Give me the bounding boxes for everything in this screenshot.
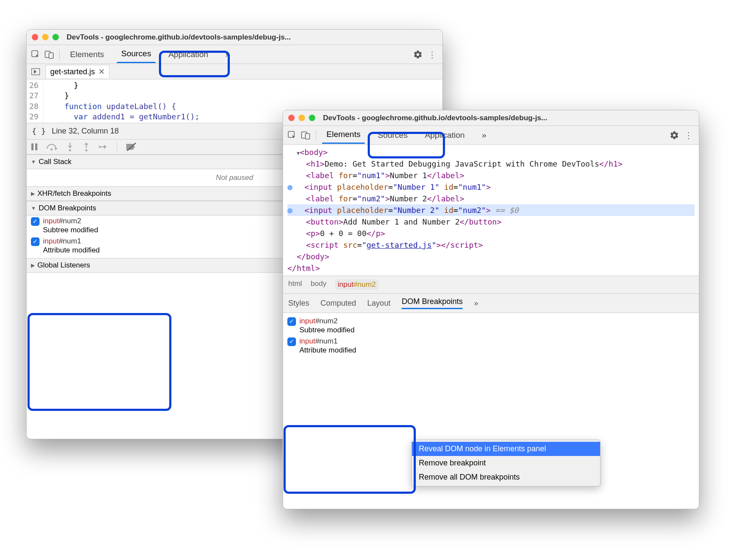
breakpoint-checkbox[interactable]: ✓ bbox=[287, 337, 296, 346]
device-toggle-icon[interactable] bbox=[300, 130, 311, 141]
breakpoint-checkbox[interactable]: ✓ bbox=[31, 217, 40, 226]
subtab-computed[interactable]: Computed bbox=[320, 299, 356, 308]
step-into-icon[interactable] bbox=[66, 142, 74, 152]
main-toolbar: Elements Sources Application » ⋮ bbox=[283, 126, 699, 145]
close-window-icon[interactable] bbox=[32, 34, 38, 40]
collapse-icon: ▼ bbox=[31, 205, 36, 211]
tabs-overflow-icon[interactable]: » bbox=[478, 127, 491, 143]
maximize-window-icon[interactable] bbox=[52, 34, 59, 40]
toolbar-divider bbox=[316, 130, 316, 140]
toolbar-divider bbox=[59, 49, 60, 60]
line-gutter: 26272829 bbox=[27, 79, 43, 123]
expand-icon: ▶ bbox=[31, 262, 35, 268]
file-tab-label: get-started.js bbox=[50, 67, 95, 76]
dom-node-html-close[interactable]: </html> bbox=[287, 262, 695, 274]
inspect-icon[interactable] bbox=[287, 130, 298, 141]
svg-rect-2 bbox=[49, 53, 53, 58]
breadcrumb-item-selected[interactable]: input#num2 bbox=[335, 280, 378, 290]
step-over-icon[interactable] bbox=[46, 143, 58, 151]
deactivate-breakpoints-icon[interactable] bbox=[126, 143, 136, 151]
dom-node-h1[interactable]: <h1>Demo: Get Started Debugging JavaScri… bbox=[287, 158, 695, 170]
window-title: DevTools - googlechrome.github.io/devtoo… bbox=[323, 114, 547, 122]
maximize-window-icon[interactable] bbox=[309, 115, 315, 121]
dom-node-input[interactable]: <input placeholder="Number 1" id="num1"> bbox=[287, 181, 695, 193]
breadcrumb-item[interactable]: body bbox=[311, 280, 326, 290]
elements-subtabs: Styles Computed Layout DOM Breakpoints » bbox=[283, 294, 699, 313]
tab-elements[interactable]: Elements bbox=[66, 46, 108, 63]
tab-elements[interactable]: Elements bbox=[322, 126, 365, 144]
devtools-window-elements: DevTools - googlechrome.github.io/devtoo… bbox=[283, 110, 699, 509]
dom-breakpoint-item[interactable]: ✓ input#num1Attribute modified bbox=[283, 336, 699, 356]
dom-node-body-close[interactable]: </body> bbox=[287, 251, 695, 262]
close-tab-icon[interactable]: ✕ bbox=[98, 67, 105, 76]
breakpoint-dot-icon bbox=[287, 208, 293, 213]
tab-application[interactable]: Application bbox=[421, 127, 469, 143]
collapse-icon: ▼ bbox=[31, 159, 36, 165]
step-icon[interactable] bbox=[99, 143, 108, 151]
svg-point-7 bbox=[69, 149, 71, 152]
breakpoint-checkbox[interactable]: ✓ bbox=[287, 317, 296, 326]
expand-icon: ▶ bbox=[31, 191, 35, 197]
svg-rect-4 bbox=[31, 143, 34, 150]
breakpoint-checkbox[interactable]: ✓ bbox=[31, 237, 40, 246]
svg-point-9 bbox=[99, 146, 101, 148]
device-toggle-icon[interactable] bbox=[44, 49, 55, 60]
settings-icon[interactable] bbox=[413, 50, 423, 59]
svg-rect-5 bbox=[35, 143, 37, 150]
close-window-icon[interactable] bbox=[288, 115, 295, 121]
svg-rect-13 bbox=[305, 134, 310, 139]
dom-tree[interactable]: ▼<body> <h1>Demo: Get Started Debugging … bbox=[283, 145, 699, 276]
more-menu-icon[interactable]: ⋮ bbox=[684, 130, 693, 140]
ctxmenu-reveal[interactable]: Reveal DOM node in Elements panel bbox=[412, 442, 600, 456]
more-menu-icon[interactable]: ⋮ bbox=[428, 49, 436, 60]
dom-node-script[interactable]: <script src="get-started.js"></script> bbox=[287, 239, 695, 251]
tab-application[interactable]: Application bbox=[164, 46, 213, 63]
cursor-position: Line 32, Column 18 bbox=[52, 127, 119, 136]
file-tab-bar: get-started.js ✕ bbox=[27, 64, 442, 79]
context-menu: Reveal DOM node in Elements panel Remove… bbox=[412, 440, 601, 486]
tab-sources[interactable]: Sources bbox=[373, 127, 412, 143]
main-toolbar: Elements Sources Application » ⋮ bbox=[27, 45, 442, 64]
tabs-overflow-icon[interactable]: » bbox=[221, 46, 235, 63]
tab-sources[interactable]: Sources bbox=[117, 46, 155, 63]
step-out-icon[interactable] bbox=[82, 142, 90, 152]
subtab-dom-breakpoints[interactable]: DOM Breakpoints bbox=[402, 297, 463, 309]
subtab-layout[interactable]: Layout bbox=[367, 299, 390, 308]
ctxmenu-remove[interactable]: Remove breakpoint bbox=[412, 456, 600, 470]
dom-breakpoint-item[interactable]: ✓ input#num2Subtree modified bbox=[283, 316, 699, 336]
window-titlebar: DevTools - googlechrome.github.io/devtoo… bbox=[27, 30, 442, 45]
dom-node-label[interactable]: <label for="num2">Number 2</label> bbox=[287, 193, 695, 204]
dom-node-body[interactable]: ▼<body> bbox=[287, 146, 695, 158]
subtab-styles[interactable]: Styles bbox=[288, 299, 309, 308]
code-content: } } function updateLabel() { var addend1… bbox=[43, 79, 202, 123]
pause-icon[interactable] bbox=[31, 143, 38, 151]
ctxmenu-remove-all[interactable]: Remove all DOM breakpoints bbox=[412, 470, 600, 484]
dom-node-button[interactable]: <button>Add Number 1 and Number 2</butto… bbox=[287, 216, 695, 228]
window-titlebar: DevTools - googlechrome.github.io/devtoo… bbox=[283, 110, 699, 126]
settings-icon[interactable] bbox=[670, 131, 679, 140]
dom-breadcrumb[interactable]: html body input#num2 bbox=[283, 276, 699, 294]
dom-node-input-selected[interactable]: <input placeholder="Number 2" id="num2">… bbox=[287, 204, 695, 216]
inspect-icon[interactable] bbox=[30, 49, 41, 60]
breadcrumb-item[interactable]: html bbox=[288, 280, 302, 290]
subtabs-overflow-icon[interactable]: » bbox=[474, 299, 478, 308]
svg-point-6 bbox=[51, 149, 53, 151]
navigator-toggle-icon[interactable] bbox=[30, 66, 41, 77]
minimize-window-icon[interactable] bbox=[42, 34, 49, 40]
window-title: DevTools - googlechrome.github.io/devtoo… bbox=[67, 33, 291, 42]
panel-tabs: Elements Sources Application » bbox=[66, 46, 234, 63]
traffic-lights bbox=[288, 115, 315, 121]
minimize-window-icon[interactable] bbox=[299, 115, 305, 121]
breakpoint-dot-icon bbox=[287, 185, 293, 190]
panel-tabs: Elements Sources Application » bbox=[322, 126, 491, 144]
file-tab[interactable]: get-started.js ✕ bbox=[46, 65, 110, 78]
traffic-lights bbox=[32, 34, 59, 40]
dom-node-label[interactable]: <label for="num1">Number 1</label> bbox=[287, 170, 695, 181]
dom-node-p[interactable]: <p>0 + 0 = 00</p> bbox=[287, 228, 695, 239]
svg-point-8 bbox=[85, 149, 88, 152]
